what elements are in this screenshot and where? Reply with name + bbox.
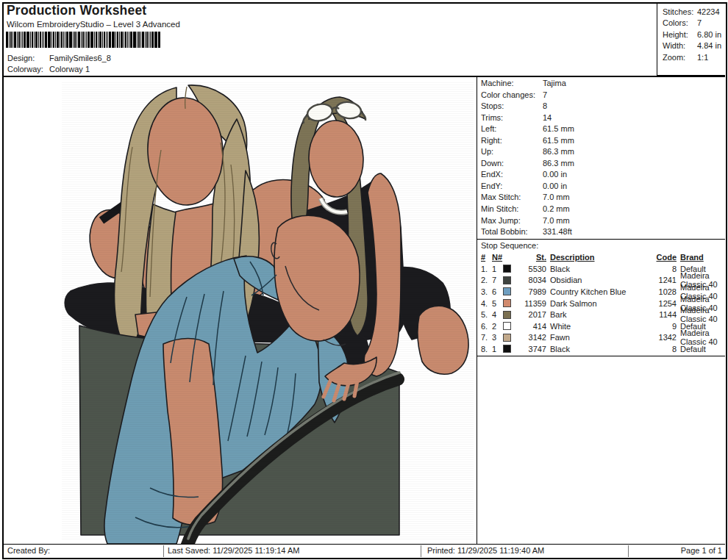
info-row: Color changes:7 <box>481 90 724 101</box>
embroidery-design-preview <box>3 76 477 545</box>
printed-text: Printed: 11/29/2025 11:19:40 AM <box>427 546 544 555</box>
thread-color-chip <box>503 322 511 330</box>
footer-cell-divider <box>628 545 629 557</box>
footer-cell-divider <box>163 545 164 557</box>
page-title: Production Worksheet <box>7 3 146 18</box>
page-number: Page 1 of 1 <box>681 546 722 555</box>
colorway-label: Colorway: <box>7 64 49 74</box>
info-row: Min Stitch:0.2 mm <box>481 204 724 215</box>
info-row: Stops:8 <box>481 101 724 112</box>
created-by-label: Created By: <box>7 546 50 555</box>
stat-colors: Colors:7 <box>657 18 725 29</box>
thread-color-chip <box>503 265 511 273</box>
info-row: Total Bobbin:331.48ft <box>481 226 724 238</box>
stat-stitches: Stitches:42234 <box>657 7 725 18</box>
footer-divider <box>3 544 725 545</box>
info-row: Left:61.5 mm <box>481 123 724 135</box>
table-row: 5.4 2017Bark 1144Madeira Classic 40 <box>481 309 724 320</box>
machine-info-panel: Machine:Tajima Color changes:7 Stops:8 T… <box>481 78 724 238</box>
thread-color-chip <box>503 287 511 295</box>
info-row: EndX:0.00 in <box>481 169 724 181</box>
stat-width: Width:4.84 in <box>657 40 725 51</box>
stop-sequence-title: Stop Sequence: <box>481 241 538 250</box>
thread-color-chip <box>503 311 511 319</box>
info-row: Max Stitch:7.0 mm <box>481 192 724 204</box>
info-row: Max Jump:7.0 mm <box>481 215 724 227</box>
stat-zoom: Zoom:1:1 <box>657 52 725 63</box>
info-row: EndY:0.00 in <box>481 181 724 193</box>
info-row: Down:86.3 mm <box>481 158 724 170</box>
table-row: 8.1 3747Black 8Default <box>481 343 724 355</box>
thread-color-chip <box>503 299 511 307</box>
colorway-value: Colorway 1 <box>49 64 90 74</box>
stats-box: Stitches:42234 Colors:7 Height:6.80 in W… <box>657 3 725 76</box>
stop-sequence-table: # N# St. Description Code Brand 1.1 5530… <box>481 252 724 355</box>
stat-height: Height:6.80 in <box>657 29 725 40</box>
thread-color-chip <box>503 276 511 284</box>
panel-divider <box>477 76 477 545</box>
stop-sequence-divider <box>477 239 725 240</box>
table-bottom-divider <box>477 356 725 356</box>
footer-cell-divider <box>421 545 421 557</box>
footer: Created By: Last Saved: 11/29/2025 11:19… <box>3 545 725 557</box>
info-row: Up:86.3 mm <box>481 146 724 158</box>
info-row: Right:61.5 mm <box>481 135 724 147</box>
thread-color-chip <box>503 334 511 342</box>
thread-color-chip <box>503 345 511 353</box>
design-value: FamilySmiles6_8 <box>49 53 111 63</box>
info-row: Trims:14 <box>481 112 724 124</box>
barcode <box>6 32 160 48</box>
design-label: Design: <box>7 53 49 63</box>
design-row: Design: FamilySmiles6_8 <box>7 53 228 63</box>
app-subtitle: Wilcom EmbroideryStudio – Level 3 Advanc… <box>7 20 180 29</box>
table-header-row: # N# St. Description Code Brand <box>481 252 724 262</box>
table-row: 7.3 3142Fawn 1342Madeira Classic 40 <box>481 332 724 344</box>
info-row: Machine:Tajima <box>481 78 724 90</box>
colorway-row: Colorway: Colorway 1 <box>7 64 228 74</box>
last-saved-text: Last Saved: 11/29/2025 11:19:14 AM <box>168 546 299 555</box>
